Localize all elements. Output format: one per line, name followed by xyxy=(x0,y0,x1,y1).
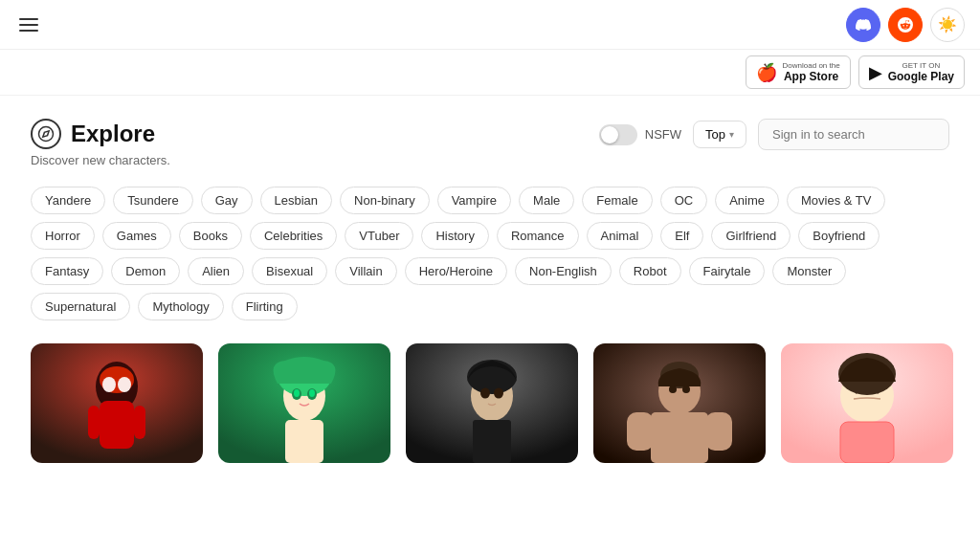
chevron-down-icon: ▾ xyxy=(729,129,734,140)
hamburger-line-3 xyxy=(19,30,38,32)
hamburger-line-2 xyxy=(19,24,38,26)
tag-books[interactable]: Books xyxy=(179,222,242,250)
theme-toggle-button[interactable]: ☀️ xyxy=(930,8,965,42)
apple-store-button[interactable]: 🍎 Download on the App Store xyxy=(746,55,851,89)
explore-subtitle: Discover new characters. xyxy=(31,153,170,167)
tag-lesbian[interactable]: Lesbian xyxy=(260,187,333,214)
reddit-button[interactable] xyxy=(888,8,923,42)
tag-hero-heroine[interactable]: Hero/Heroine xyxy=(405,257,507,285)
tag-vampire[interactable]: Vampire xyxy=(437,187,511,214)
explore-title: Explore xyxy=(71,121,155,147)
tag-demon[interactable]: Demon xyxy=(111,257,180,285)
apple-icon: 🍎 xyxy=(756,62,777,83)
tag-villain[interactable]: Villain xyxy=(335,257,396,285)
svg-point-29 xyxy=(669,386,677,393)
sort-label: Top xyxy=(705,127,725,142)
tag-monster[interactable]: Monster xyxy=(772,257,846,285)
sun-icon: ☀️ xyxy=(938,15,957,33)
tag-alien[interactable]: Alien xyxy=(188,257,244,285)
search-input[interactable] xyxy=(758,119,949,150)
tag-gay[interactable]: Gay xyxy=(201,187,253,214)
tag-horror[interactable]: Horror xyxy=(31,222,95,250)
tag-boyfriend[interactable]: Boyfriend xyxy=(798,222,880,250)
tag-games[interactable]: Games xyxy=(102,222,171,250)
top-nav: ☀️ xyxy=(0,0,980,50)
toggle-thumb xyxy=(601,126,618,143)
nsfw-label: NSFW xyxy=(645,127,681,142)
svg-point-0 xyxy=(39,127,54,142)
tag-fairytale[interactable]: Fairytale xyxy=(689,257,766,285)
google-play-text: GET IT ON Google Play xyxy=(888,61,954,83)
svg-rect-34 xyxy=(840,422,894,463)
svg-point-15 xyxy=(309,389,315,397)
nav-right: ☀️ xyxy=(846,8,965,42)
svg-rect-27 xyxy=(627,412,654,451)
discord-icon xyxy=(856,17,871,33)
svg-point-7 xyxy=(102,377,116,392)
sort-dropdown[interactable]: Top ▾ xyxy=(693,121,746,148)
character-card-2[interactable] xyxy=(218,343,390,463)
tag-female[interactable]: Female xyxy=(582,187,652,214)
svg-point-20 xyxy=(480,388,490,399)
nav-left xyxy=(15,14,42,35)
discord-button[interactable] xyxy=(846,8,880,42)
svg-rect-16 xyxy=(285,420,323,463)
tag-non-english[interactable]: Non-English xyxy=(515,257,612,285)
svg-rect-6 xyxy=(134,406,145,439)
tag-non-binary[interactable]: Non-binary xyxy=(340,187,430,214)
tag-tsundere[interactable]: Tsundere xyxy=(113,187,192,214)
character-card-5[interactable] xyxy=(781,343,953,463)
tag-girlfriend[interactable]: Girlfriend xyxy=(711,222,791,250)
tag-supernatural[interactable]: Supernatural xyxy=(31,293,130,320)
tag-mythology[interactable]: Mythology xyxy=(138,293,223,320)
tag-robot[interactable]: Robot xyxy=(619,257,681,285)
nsfw-toggle[interactable] xyxy=(599,124,637,145)
tag-oc[interactable]: OC xyxy=(660,187,708,214)
tag-elf[interactable]: Elf xyxy=(660,222,703,250)
explore-header: Explore Discover new characters. NSFW To… xyxy=(31,119,949,167)
svg-point-21 xyxy=(494,388,503,399)
svg-point-14 xyxy=(294,389,300,397)
tag-vtuber[interactable]: VTuber xyxy=(345,222,413,250)
tag-fantasy[interactable]: Fantasy xyxy=(31,257,103,285)
tag-animal[interactable]: Animal xyxy=(587,222,654,250)
tag-bisexual[interactable]: Bisexual xyxy=(252,257,327,285)
tag-history[interactable]: History xyxy=(421,222,488,250)
main-content: Explore Discover new characters. NSFW To… xyxy=(0,96,980,486)
explore-icon xyxy=(31,119,61,149)
hamburger-button[interactable] xyxy=(15,14,42,35)
svg-rect-5 xyxy=(88,406,100,439)
tag-celebrities[interactable]: Celebrities xyxy=(250,222,337,250)
tag-yandere[interactable]: Yandere xyxy=(31,187,105,214)
tag-flirting[interactable]: Flirting xyxy=(232,293,298,320)
hamburger-line-1 xyxy=(19,18,38,20)
characters-grid xyxy=(31,343,949,463)
tag-movies---tv[interactable]: Movies & TV xyxy=(787,187,885,214)
svg-rect-4 xyxy=(100,401,134,449)
explore-title-area: Explore xyxy=(31,119,170,149)
google-play-icon: ▶ xyxy=(869,62,882,83)
svg-rect-22 xyxy=(473,420,511,463)
tag-romance[interactable]: Romance xyxy=(497,222,579,250)
tags-container: YandereTsundereGayLesbianNon-binaryVampi… xyxy=(31,187,949,320)
explore-title-section: Explore Discover new characters. xyxy=(31,119,170,167)
svg-point-8 xyxy=(118,377,131,392)
svg-rect-26 xyxy=(651,412,708,463)
compass-icon xyxy=(37,125,55,143)
google-play-button[interactable]: ▶ GET IT ON Google Play xyxy=(858,55,965,89)
character-card-3[interactable] xyxy=(406,343,578,463)
svg-rect-28 xyxy=(705,412,732,451)
tag-male[interactable]: Male xyxy=(519,187,574,214)
reddit-icon xyxy=(898,17,913,33)
right-controls: NSFW Top ▾ xyxy=(599,119,949,150)
nsfw-toggle-area: NSFW xyxy=(599,124,681,145)
character-card-1[interactable] xyxy=(31,343,203,463)
svg-point-30 xyxy=(682,386,690,393)
app-store-row: 🍎 Download on the App Store ▶ GET IT ON … xyxy=(0,50,980,96)
apple-store-text: Download on the App Store xyxy=(783,61,840,83)
character-card-4[interactable] xyxy=(593,343,766,463)
tag-anime[interactable]: Anime xyxy=(715,187,779,214)
